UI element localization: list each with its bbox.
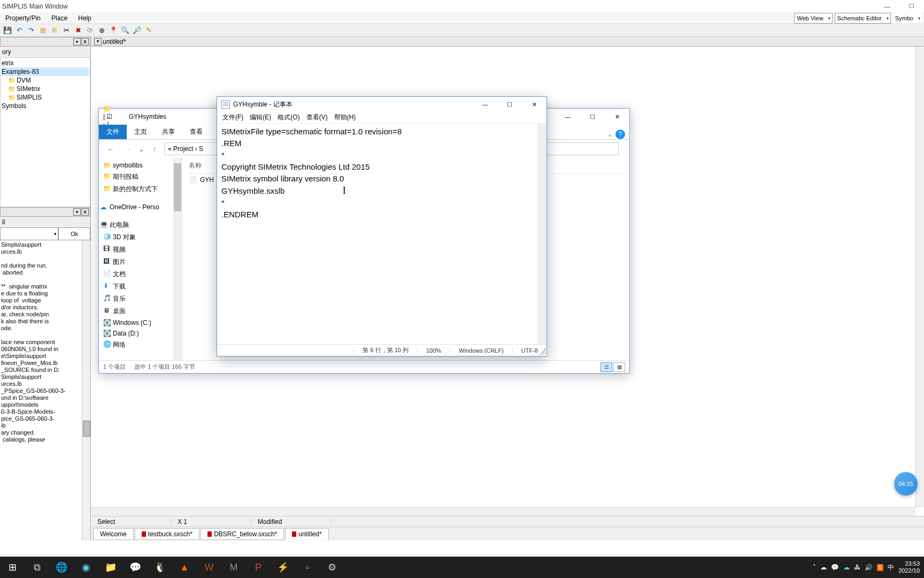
tray-weather-icon[interactable]: ☁ <box>820 564 827 571</box>
scrollbar-vertical[interactable] <box>915 47 924 507</box>
taskbar-app-icon[interactable]: M <box>221 557 246 578</box>
taskbar-app-icon[interactable]: 🐧 <box>148 557 172 578</box>
tab-welcome[interactable]: Welcome <box>93 528 134 540</box>
redo-icon[interactable]: ↷ <box>26 25 36 36</box>
taskbar[interactable]: ⊞ ⧉ 🌐 ◉ 📁 💬 🐧 ▲ W M P ⚡ ▫ ⚙ ˄ ☁ 💬 ☁ 🖧 🔊 … <box>0 557 924 578</box>
maximize-button[interactable]: ☐ <box>580 109 605 125</box>
timer-badge[interactable]: 04:25 <box>894 472 918 496</box>
maximize-button[interactable]: ☐ <box>899 0 924 12</box>
taskbar-powerpoint-icon[interactable]: P <box>246 557 271 578</box>
pin-icon[interactable]: 📍 <box>108 25 119 36</box>
ribbon-tab-file[interactable]: 文件 <box>99 125 127 139</box>
nav-item[interactable]: 📁期刊投稿 <box>100 171 181 183</box>
refresh-icon[interactable]: ⟳ <box>84 25 95 36</box>
tray-clock[interactable]: 23:53 2022/10 <box>898 560 920 574</box>
nav-item[interactable]: 🌐网络 <box>100 339 181 351</box>
close-button[interactable]: ✕ <box>522 97 546 112</box>
nav-item[interactable]: 💽Windows (C:) <box>100 317 181 328</box>
panel-dropdown-icon[interactable]: ▼ <box>73 38 81 45</box>
save-icon[interactable]: 💾 <box>2 25 13 36</box>
type-select[interactable]: Symbo <box>893 13 922 24</box>
nav-item[interactable]: 🎵音乐 <box>100 293 181 305</box>
undo-icon[interactable]: ↶ <box>14 25 25 36</box>
web-view-select[interactable]: Web View <box>794 13 832 24</box>
scrollbar[interactable] <box>82 240 90 541</box>
taskbar-app-icon[interactable]: ▲ <box>172 557 197 578</box>
menu-view[interactable]: 查看(V) <box>303 113 331 122</box>
icons-view-icon[interactable]: ▦ <box>613 362 625 372</box>
menu-help[interactable]: 帮助(H) <box>331 113 359 122</box>
nav-pane[interactable]: 📁symbollibs 📁期刊投稿 📁新的控制方式下 ☁OneDrive - P… <box>99 158 182 360</box>
tray-wechat-icon[interactable]: 💬 <box>831 564 839 571</box>
task-view-icon[interactable]: ⧉ <box>25 557 49 578</box>
tree-item[interactable]: SIMetrix <box>2 85 89 93</box>
menu-edit[interactable]: 编辑(E) <box>247 113 274 122</box>
tree-item[interactable]: SIMPLIS <box>2 93 89 102</box>
nav-item-onedrive[interactable]: ☁OneDrive - Perso <box>100 202 181 212</box>
tab-untitled[interactable]: untitled* <box>285 528 328 540</box>
taskbar-app-icon[interactable]: ⚡ <box>271 557 295 578</box>
zoom-out-icon[interactable]: 🔍 <box>120 25 130 36</box>
help-icon[interactable]: ? <box>615 130 625 139</box>
start-button[interactable]: ⊞ <box>0 557 25 578</box>
taskbar-explorer-icon[interactable]: 📁 <box>98 557 123 578</box>
ribbon-tab-share[interactable]: 共享 <box>155 125 182 139</box>
tree-view[interactable]: etrix Examples-83 DVM SIMetrix SIMPLIS S… <box>0 57 90 207</box>
nav-item[interactable]: 🎞视频 <box>100 244 181 256</box>
copy-icon[interactable]: ⎘ <box>49 25 60 36</box>
taskbar-app-icon[interactable]: ◉ <box>74 557 98 578</box>
details-view-icon[interactable]: ☰ <box>600 362 612 372</box>
menu-help[interactable]: Help <box>73 13 97 23</box>
recent-dropdown[interactable]: ⌄ <box>137 142 145 155</box>
pencil-icon[interactable]: ✎ <box>143 25 154 36</box>
tree-item[interactable]: etrix <box>2 59 89 67</box>
scrollbar[interactable] <box>173 158 182 360</box>
panel-close-icon[interactable]: X <box>81 38 89 45</box>
minimize-button[interactable]: — <box>473 97 497 112</box>
close-button[interactable]: ✕ <box>605 109 629 125</box>
taskbar-wechat-icon[interactable]: 💬 <box>123 557 148 578</box>
back-button[interactable]: ← <box>103 142 118 155</box>
ok-button[interactable]: Ok <box>58 227 90 240</box>
maximize-button[interactable]: ☐ <box>497 97 522 112</box>
tray-input-icon[interactable]: 中 <box>888 563 894 572</box>
taskbar-app-icon[interactable]: ▫ <box>295 557 320 578</box>
scrollbar-horizontal[interactable] <box>91 507 915 516</box>
nav-item[interactable]: 📄文档 <box>100 268 181 280</box>
schematic-editor-select[interactable]: Schematic Editor <box>835 13 891 24</box>
tray-network-icon[interactable]: 🖧 <box>854 564 860 571</box>
new-icon[interactable]: ⊞ <box>37 25 48 36</box>
nav-item[interactable]: 🧊3D 对象 <box>100 231 181 244</box>
nav-item[interactable]: 🖼图片 <box>100 256 181 268</box>
ribbon-tab-home[interactable]: 主页 <box>127 125 155 139</box>
tree-item[interactable]: Examples-83 <box>2 67 89 76</box>
menu-format[interactable]: 格式(O) <box>274 113 303 122</box>
tray-ime-icon[interactable]: S <box>877 564 884 571</box>
tree-item[interactable]: Symbols <box>2 102 89 110</box>
taskbar-edge-icon[interactable]: 🌐 <box>49 557 74 578</box>
tab-dbsrc[interactable]: DBSRC_below.sxsch* <box>201 528 284 540</box>
menu-property-pin[interactable]: Property/Pin <box>0 13 46 23</box>
tray-onedrive-icon[interactable]: ☁ <box>843 564 850 571</box>
combo-select[interactable] <box>0 227 58 240</box>
scrollbar-thumb[interactable] <box>174 163 181 211</box>
nav-item[interactable]: 📁symbollibs <box>100 160 181 171</box>
notepad-text-area[interactable]: SIMetrixFile type=schematic format=1.0 r… <box>217 124 546 344</box>
nav-item[interactable]: 🖥桌面 <box>100 305 181 317</box>
zoom-in-icon[interactable]: 🔎 <box>132 25 142 36</box>
forward-button[interactable]: → <box>120 142 135 155</box>
tray-chevron-icon[interactable]: ˄ <box>813 564 816 571</box>
scrollbar[interactable] <box>538 124 546 344</box>
notepad-window[interactable]: GYHsymble - 记事本 — ☐ ✕ 文件(F) 编辑(E) 格式(O) … <box>217 96 547 356</box>
up-button[interactable]: ↑ <box>147 142 162 155</box>
taskbar-app-icon[interactable]: W <box>197 557 221 578</box>
delete-icon[interactable]: ✖ <box>73 25 83 36</box>
menu-place[interactable]: Place <box>46 13 73 23</box>
resize-grip[interactable] <box>539 348 545 355</box>
cut-icon[interactable]: ✂ <box>61 25 72 36</box>
nav-item[interactable]: ⬇下载 <box>100 280 181 293</box>
ribbon-tab-view[interactable]: 查看 <box>182 125 210 139</box>
chevron-down-icon[interactable]: ⌄ <box>607 131 612 138</box>
scrollbar-thumb[interactable] <box>83 421 90 437</box>
panel-close-icon[interactable]: X <box>81 208 89 216</box>
